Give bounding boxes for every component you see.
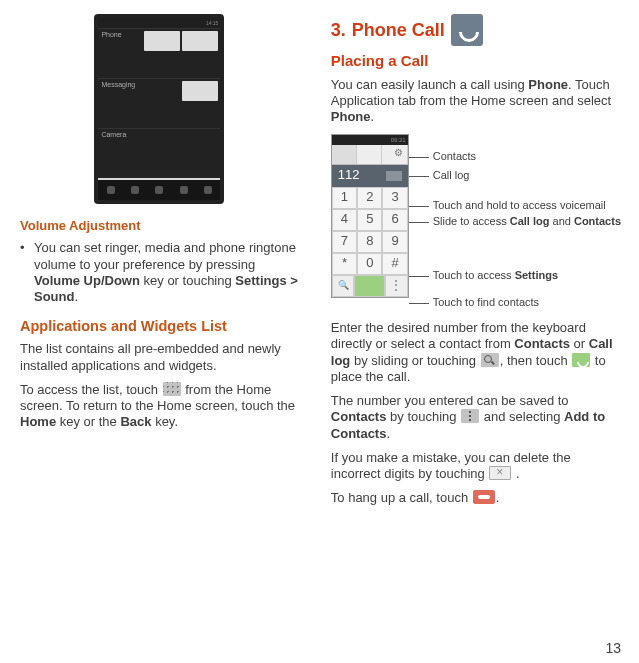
screenshot-statusbar: 14:15 — [98, 18, 220, 28]
text: . — [496, 490, 500, 505]
dialer-bottom-row — [332, 275, 408, 297]
text: key. — [152, 414, 179, 429]
key-6: 6 — [382, 209, 407, 231]
dialer-diagram: 09:21 112 1 2 3 4 5 6 7 — [331, 134, 621, 311]
text: Touch to access — [433, 269, 515, 281]
text: . — [371, 109, 375, 124]
key-5: 5 — [357, 209, 382, 231]
apps-paragraph-1: The list contains all pre-embedded and n… — [20, 341, 299, 374]
left-column: 14:15 Phone Messaging Camera Volume Adju… — [20, 14, 299, 655]
text: and selecting — [480, 409, 564, 424]
hang-up-icon — [473, 490, 495, 504]
text: by touching — [386, 409, 460, 424]
menu-icon — [461, 409, 479, 423]
bold: Call log — [510, 215, 550, 227]
save-to-contacts-paragraph: The number you entered can be saved to C… — [331, 393, 621, 442]
key-2: 2 — [357, 187, 382, 209]
volume-bullet: You can set ringer, media and phone ring… — [20, 240, 299, 305]
place-call-icon — [572, 353, 590, 367]
text: The number you entered can be saved to — [331, 393, 569, 408]
chapter-title: Phone Call — [352, 19, 445, 42]
text: or — [570, 336, 589, 351]
page-number: 13 — [605, 640, 621, 658]
bold: Contacts — [331, 409, 387, 424]
text: To hang up a call, touch — [331, 490, 472, 505]
screenshot-row-label: Phone — [101, 31, 121, 38]
text: key or touching — [140, 273, 235, 288]
dialer-screenshot: 09:21 112 1 2 3 4 5 6 7 — [331, 134, 409, 298]
widget-tile — [144, 31, 180, 51]
bold: Phone — [331, 109, 371, 124]
callout-contacts: Contacts — [415, 150, 621, 164]
key-4: 4 — [332, 209, 357, 231]
callout-call-log: Call log — [415, 169, 621, 183]
screenshot-row-phone: Phone — [98, 28, 220, 78]
placing-a-call-heading: Placing a Call — [331, 52, 621, 71]
enter-number-paragraph: Enter the desired number from the keyboa… — [331, 320, 621, 385]
dock-icon — [107, 186, 115, 194]
key-3: 3 — [382, 187, 407, 209]
key-8: 8 — [357, 231, 382, 253]
callout-voicemail: Touch and hold to access voicemail — [415, 199, 621, 213]
key-0: 0 — [357, 253, 382, 275]
delete-digits-paragraph: If you make a mistake, you can delete th… — [331, 450, 621, 483]
text: To access the list, touch — [20, 382, 162, 397]
dialer-statusbar: 09:21 — [332, 135, 408, 145]
home-screenshot: 14:15 Phone Messaging Camera — [94, 14, 224, 204]
chapter-number: 3. — [331, 19, 346, 42]
key-star: * — [332, 253, 357, 275]
text: You can easily launch a call using — [331, 77, 529, 92]
delete-icon — [489, 466, 511, 480]
apps-paragraph-2: To access the list, touch from the Home … — [20, 382, 299, 431]
dialer-tab-log — [357, 145, 382, 164]
bold: Back — [120, 414, 151, 429]
callout-slide: Slide to access Call log and Contacts — [415, 215, 621, 229]
text: If you make a mistake, you can delete th… — [331, 450, 571, 481]
volume-adjustment-heading: Volume Adjustment — [20, 218, 299, 234]
dialer-call-button — [354, 275, 385, 297]
screenshot-dock — [98, 180, 220, 200]
text: by sliding or touching — [350, 353, 479, 368]
screenshot-row-label: Messaging — [101, 81, 135, 88]
placing-intro: You can easily launch a call using Phone… — [331, 77, 621, 126]
dialer-callouts: Contacts Call log Touch and hold to acce… — [415, 134, 621, 311]
screenshot-row-camera: Camera — [98, 128, 220, 178]
dialer-number: 112 — [338, 167, 360, 183]
volume-bullet-list: You can set ringer, media and phone ring… — [20, 240, 299, 305]
text: . — [74, 289, 78, 304]
dialer-options-icon — [385, 275, 408, 297]
bold: Settings — [515, 269, 558, 281]
apps-widgets-heading: Applications and Widgets List — [20, 317, 299, 335]
bold: Home — [20, 414, 56, 429]
dialer-keypad: 1 2 3 4 5 6 7 8 9 * 0 # — [332, 187, 408, 275]
dock-icon — [204, 186, 212, 194]
widget-tile — [182, 81, 218, 101]
dialer-tabs — [332, 145, 408, 165]
bold: Volume Up/Down — [34, 273, 140, 288]
bold: Contacts — [514, 336, 570, 351]
dock-icon — [180, 186, 188, 194]
text: Slide to access — [433, 215, 510, 227]
dialer-display: 112 — [332, 165, 408, 187]
text: key or the — [56, 414, 120, 429]
key-7: 7 — [332, 231, 357, 253]
backspace-icon — [386, 171, 402, 181]
dock-icon — [131, 186, 139, 194]
key-hash: # — [382, 253, 407, 275]
search-icon — [481, 353, 499, 367]
apps-grid-icon — [163, 382, 181, 396]
key-1: 1 — [332, 187, 357, 209]
text: . — [512, 466, 519, 481]
widget-tile — [182, 31, 218, 51]
text: . — [386, 426, 390, 441]
callout-settings: Touch to access Settings — [415, 269, 621, 283]
chapter-heading-row: 3. Phone Call — [331, 14, 621, 46]
text: , then touch — [500, 353, 572, 368]
text: and — [549, 215, 573, 227]
hang-up-paragraph: To hang up a call, touch . — [331, 490, 621, 506]
text: You can set ringer, media and phone ring… — [34, 240, 296, 271]
bold: Phone — [528, 77, 568, 92]
callout-find-contacts: Touch to find contacts — [415, 296, 621, 310]
dialer-search-icon — [332, 275, 355, 297]
dialer-tab-keypad — [332, 145, 357, 164]
